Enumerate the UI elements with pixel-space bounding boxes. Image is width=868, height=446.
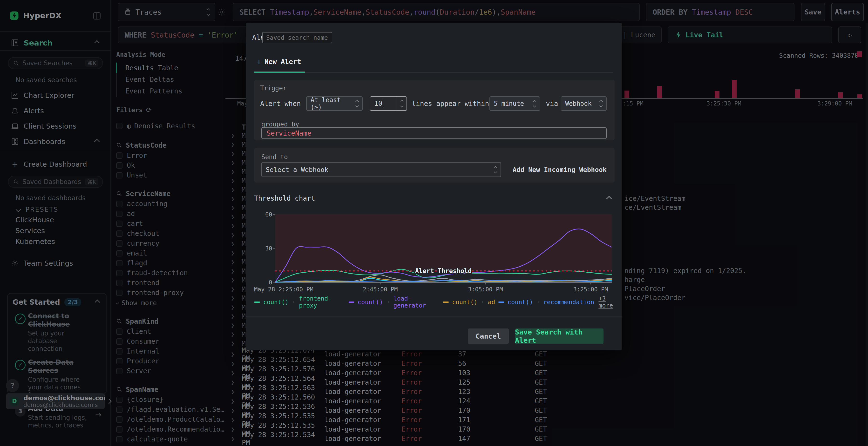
svg-text:Alert Threshold: Alert Threshold [415,267,472,275]
chart-legend: count()·frontend-proxycount()·load-gener… [254,295,622,309]
legend-metric[interactable]: count() [263,299,289,306]
via-label: via [546,100,558,108]
plus-icon: + [257,58,261,66]
collapse-chart-icon[interactable] [607,196,612,202]
legend-swatch [443,302,449,303]
svg-text:2:45:00 PM: 2:45:00 PM [363,286,398,293]
send-to-label: Send to [261,153,288,161]
svg-text:0: 0 [269,279,272,286]
webhook-select-value: Select a Webhook [266,166,329,173]
footer-divider [246,316,622,316]
time-window-value: 5 minute [494,100,524,107]
legend-metric[interactable]: count() [452,299,477,306]
grouped-by-label: grouped by [261,121,299,128]
legend-separator: · [481,299,485,306]
trigger-section: Trigger Alert when At least (≥) 10 lines… [254,80,615,140]
save-search-with-alert-button[interactable]: Save Search with Alert [515,329,603,344]
time-window-select[interactable]: 5 minute [490,96,540,111]
alert-when-label: Alert when [260,100,301,108]
tab-new-alert[interactable]: + New Alert [257,58,301,66]
svg-text:60: 60 [265,211,272,218]
threshold-value-input[interactable]: 10 [370,96,407,111]
legend-separator: · [536,299,540,306]
legend-series-name[interactable]: frontend-proxy [299,295,345,309]
alert-dialog: Alerts for + New Alert Trigger Alert whe… [246,23,622,350]
threshold-chart: 03060May 28 2:25:00 PM2:45:00 PM3:05:00 … [246,206,622,294]
svg-text:3:25:00 PM: 3:25:00 PM [574,286,608,293]
webhook-select[interactable]: Select a Webhook [261,162,501,177]
legend-series-name[interactable]: load-generator [394,295,440,309]
legend-series-name[interactable]: ad [488,299,495,306]
cancel-button[interactable]: Cancel [468,329,509,344]
svg-text:30: 30 [265,245,272,252]
lines-within-label: lines appear within [412,100,489,108]
text-cursor [383,100,383,108]
threshold-chart-title: Threshold chart [254,194,315,202]
legend-metric[interactable]: count() [507,299,533,306]
saved-search-name-input[interactable] [262,32,332,43]
legend-separator: · [386,299,390,306]
legend-swatch [254,302,260,303]
legend-swatch [349,302,354,303]
legend-metric[interactable]: count() [358,299,383,306]
tab-label: New Alert [265,58,301,66]
add-webhook-button[interactable]: Add New Incoming Webhook [513,166,607,173]
number-stepper[interactable] [397,97,406,110]
hyperdx-app: Traces SELECT Timestamp,ServiceName,Stat… [0,0,868,446]
legend-swatch [498,302,504,303]
threshold-operator-value: At least (≥) [311,96,352,111]
trigger-label: Trigger [260,84,287,92]
grouped-by-value: ServiceName [267,129,311,137]
legend-more-button[interactable]: +3 more [598,295,622,309]
svg-text:3:05:00 PM: 3:05:00 PM [468,286,503,293]
channel-select[interactable]: Webhook [561,96,607,111]
svg-text:May 28 2:25:00 PM: May 28 2:25:00 PM [254,286,313,293]
legend-series-name[interactable]: recommendation [544,299,594,306]
legend-separator: · [292,299,296,306]
channel-value: Webhook [565,100,592,107]
threshold-operator-select[interactable]: At least (≥) [306,96,363,111]
tab-underline-active [254,71,305,73]
grouped-by-input[interactable]: ServiceName [261,127,607,139]
threshold-value: 10 [374,99,382,107]
tab-underline-track [254,72,613,72]
send-to-section: Send to Select a Webhook Add New Incomin… [254,148,615,182]
